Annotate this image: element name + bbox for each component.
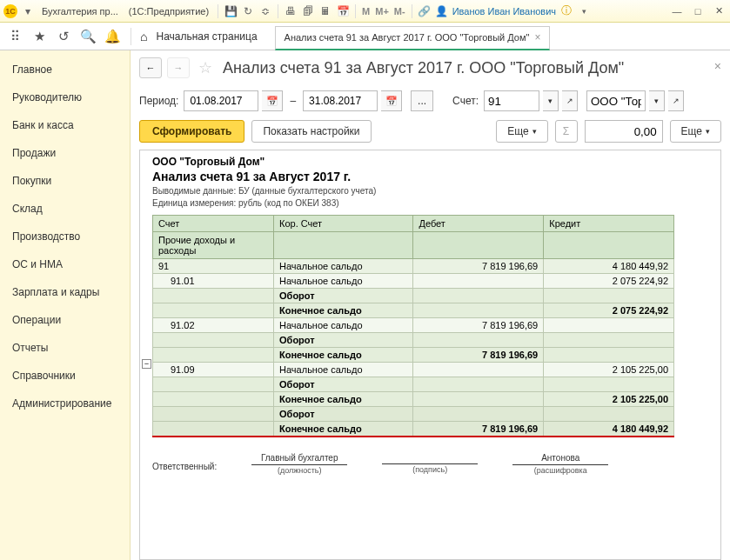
more-button-1[interactable]: Еще▾ <box>496 120 547 143</box>
sidebar-item-salary[interactable]: Зарплата и кадры <box>0 278 130 306</box>
table-row[interactable]: 91.02Начальное сальдо7 819 196,69 <box>153 318 674 333</box>
table-row[interactable]: Конечное сальдо7 819 196,694 180 449,92 <box>153 422 674 437</box>
home-label[interactable]: Начальная страница <box>156 30 257 43</box>
table-row[interactable]: 91Начальное сальдо7 819 196,694 180 449,… <box>153 259 674 274</box>
sidebar-item-main[interactable]: Главное <box>0 56 130 83</box>
account-input[interactable] <box>484 90 539 111</box>
page-close-icon[interactable]: × <box>714 59 721 73</box>
chevron-down-icon: ▾ <box>532 127 537 136</box>
favorite-star-icon[interactable]: ☆ <box>198 58 212 77</box>
date-to-input[interactable] <box>309 95 372 107</box>
dropdown-icon[interactable]: ▾ <box>21 4 35 18</box>
main-toolbar: ⠿ ★ ↺ 🔍 🔔 ⌂ Начальная страница Анализ сч… <box>0 23 730 50</box>
memory-m-icon[interactable]: M <box>362 6 370 17</box>
refresh-icon[interactable]: ↻ <box>241 4 255 18</box>
preview-icon[interactable]: 🗐 <box>301 4 315 18</box>
notifications-icon[interactable]: 🔔 <box>103 27 122 46</box>
print-icon[interactable]: 🖶 <box>284 4 298 18</box>
search-icon[interactable]: 🔍 <box>78 27 97 46</box>
show-settings-button[interactable]: Показать настройки <box>251 120 371 143</box>
memory-mminus-icon[interactable]: M- <box>394 6 405 17</box>
tab-close-icon[interactable]: × <box>534 31 540 43</box>
table-row[interactable]: Конечное сальдо2 105 225,00 <box>153 392 674 407</box>
account-open-icon[interactable]: ↗ <box>562 90 578 111</box>
report-meta-1: Выводимые данные: БУ (данные бухгалтерск… <box>152 186 713 196</box>
close-icon[interactable]: ✕ <box>711 4 727 18</box>
table-row[interactable]: Конечное сальдо7 819 196,69 <box>153 348 674 363</box>
content-area: × ← → ☆ Анализ счета 91 за Август 2017 г… <box>131 50 730 560</box>
account-label: Счет: <box>452 95 479 107</box>
table-row[interactable]: 91.01Начальное сальдо2 075 224,92 <box>153 274 674 289</box>
date-from-field[interactable] <box>184 90 258 111</box>
table-row[interactable]: Оборот <box>153 289 674 303</box>
separator <box>412 4 412 18</box>
sidebar-item-assets[interactable]: ОС и НМА <box>0 250 130 278</box>
sidebar-item-bank[interactable]: Банк и касса <box>0 111 130 139</box>
user-name[interactable]: Иванов Иван Иванович <box>452 6 556 17</box>
date-to-calendar-icon[interactable]: 📅 <box>381 90 402 111</box>
link-icon[interactable]: 🔗 <box>418 4 432 18</box>
sidebar-item-operations[interactable]: Операции <box>0 306 130 334</box>
calculator-icon[interactable]: 🖩 <box>318 4 332 18</box>
maximize-icon[interactable]: □ <box>690 4 706 18</box>
generate-button[interactable]: Сформировать <box>139 120 244 143</box>
org-input[interactable] <box>586 90 646 111</box>
forward-button[interactable]: → <box>167 57 190 78</box>
home-icon[interactable]: ⌂ <box>140 30 147 43</box>
history-icon[interactable]: ↺ <box>54 27 73 46</box>
memory-mplus-icon[interactable]: M+ <box>375 6 389 17</box>
compare-icon[interactable]: ≎ <box>258 4 272 18</box>
date-from-calendar-icon[interactable]: 📅 <box>262 90 283 111</box>
tab-account-analysis[interactable]: Анализ счета 91 за Август 2017 г. ООО "Т… <box>275 26 551 50</box>
account-dropdown-icon[interactable]: ▾ <box>543 90 559 111</box>
sidebar-item-purchases[interactable]: Покупки <box>0 167 130 195</box>
dash: – <box>290 95 296 107</box>
info-icon[interactable]: ⓘ <box>559 4 573 18</box>
date-from-input[interactable] <box>190 95 252 107</box>
save-icon[interactable]: 💾 <box>224 4 238 18</box>
date-to-field[interactable] <box>303 90 378 111</box>
more-button-2[interactable]: Еще▾ <box>670 120 721 143</box>
tab-label: Анализ счета 91 за Август 2017 г. ООО "Т… <box>285 32 530 43</box>
col-account: Счет <box>153 216 274 232</box>
calendar-icon[interactable]: 📅 <box>336 4 350 18</box>
back-button[interactable]: ← <box>139 57 162 78</box>
sidebar-item-admin[interactable]: Администрирование <box>0 390 130 417</box>
tab-bar: Анализ счета 91 за Август 2017 г. ООО "Т… <box>275 23 551 50</box>
sum-button[interactable]: Σ <box>555 120 578 143</box>
report-area[interactable]: ООО "Торговый Дом" Анализ счета 91 за Ав… <box>139 150 721 560</box>
sidebar-item-reports[interactable]: Отчеты <box>0 334 130 362</box>
report-meta-2: Единица измерения: рубль (код по ОКЕИ 38… <box>152 198 713 208</box>
sidebar-item-production[interactable]: Производство <box>0 223 130 250</box>
period-label: Период: <box>139 95 178 107</box>
col-credit: Кредит <box>544 216 674 232</box>
apps-grid-icon[interactable]: ⠿ <box>5 27 24 46</box>
col-cor-account: Кор. Счет <box>274 216 413 232</box>
action-bar: Сформировать Показать настройки Еще▾ Σ Е… <box>131 118 730 150</box>
org-dropdown-icon[interactable]: ▾ <box>649 90 665 111</box>
table-row[interactable]: Оборот <box>153 407 674 422</box>
dropdown-icon[interactable]: ▾ <box>577 4 591 18</box>
period-picker-button[interactable]: ... <box>411 90 433 111</box>
sidebar-item-references[interactable]: Справочники <box>0 362 130 390</box>
sum-value-field[interactable] <box>585 120 663 143</box>
sidebar-item-sales[interactable]: Продажи <box>0 139 130 167</box>
minimize-icon[interactable]: — <box>669 4 685 18</box>
sidebar-item-warehouse[interactable]: Склад <box>0 195 130 223</box>
separator <box>355 4 356 18</box>
separator <box>131 28 131 45</box>
filter-bar: Период: 📅 – 📅 ... Счет: ▾ ↗ ▾ ↗ <box>131 87 730 118</box>
platform-label: (1С:Предприятие) <box>129 6 209 17</box>
app-title: Бухгалтерия пр... <box>42 6 118 17</box>
sidebar-item-manager[interactable]: Руководителю <box>0 83 130 111</box>
table-row[interactable]: 91.09Начальное сальдо2 105 225,00 <box>153 363 674 377</box>
org-open-icon[interactable]: ↗ <box>668 90 684 111</box>
favorite-icon[interactable]: ★ <box>30 27 49 46</box>
table-row[interactable]: Конечное сальдо2 075 224,92 <box>153 303 674 318</box>
table-row[interactable]: Оборот <box>153 333 674 348</box>
sig-signature: (подпись) <box>382 453 478 475</box>
table-row[interactable]: Оборот <box>153 377 674 392</box>
sig-position: Главный бухгалтер (должность) <box>251 453 347 475</box>
tree-collapse-icon[interactable]: − <box>142 359 151 369</box>
app-logo-icon: 1C <box>3 4 17 18</box>
